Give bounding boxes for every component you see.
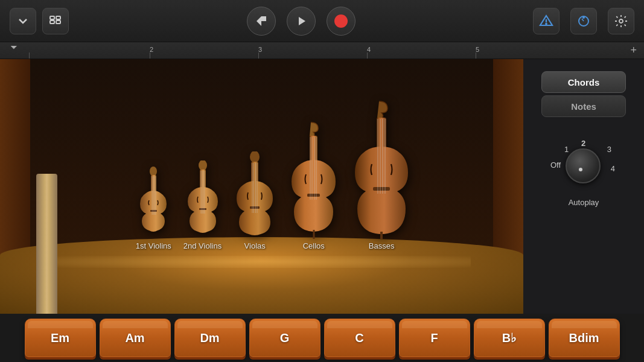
record-button[interactable] [327,7,355,36]
playhead-marker: ⏷ [10,42,18,52]
autoplay-2-label: 2 [581,139,585,148]
autoplay-off-label: Off [550,160,561,170]
svg-point-20 [199,160,207,171]
svg-rect-15 [150,210,157,212]
rewind-button[interactable] [247,7,276,36]
chord-button-label: B♭ [502,331,516,345]
instruments-container: 1st Violins [30,100,517,250]
chord-button-f[interactable]: F [399,319,470,357]
knob-indicator [579,168,582,171]
instrument-viola[interactable]: Violas [234,151,276,250]
svg-rect-2 [56,16,60,19]
chord-button-label: Bdim [569,331,599,345]
svg-rect-29 [250,206,260,209]
autoplay-1-label: 1 [564,145,569,154]
chord-button-g[interactable]: G [249,319,320,357]
violin1-image [137,167,170,239]
violin1-label: 1st Violins [136,241,171,250]
instrument-violin2[interactable]: 2nd Violins [183,160,222,250]
add-track-button[interactable]: + [630,44,637,57]
autoplay-4-label: 4 [611,164,615,173]
autoplay-knob[interactable] [566,148,601,183]
chords-button[interactable]: Chords [541,71,626,93]
svg-rect-41 [377,118,386,150]
chord-button-label: G [280,331,290,345]
tracks-button[interactable] [42,8,69,34]
svg-marker-4 [257,16,266,26]
svg-point-10 [582,16,585,19]
viola-image [234,151,276,239]
chord-button-b[interactable]: B♭ [474,319,545,357]
chord-button-bdim[interactable]: Bdim [549,319,620,357]
instrument-cello[interactable]: Cellos [288,121,339,250]
svg-point-13 [150,167,157,176]
chord-bar: EmAmDmGCFB♭Bdim [0,314,644,362]
stage-area: 1st Violins [0,59,523,314]
chord-button-label: C [355,331,363,345]
chord-button-label: Am [125,331,144,345]
autoplay-label: Autoplay [569,198,599,207]
svg-rect-21 [200,170,206,189]
svg-line-11 [582,19,584,21]
settings-button[interactable] [608,8,634,34]
tempo-button[interactable] [570,8,597,34]
smart-controls-button[interactable] [533,8,560,34]
dropdown-button[interactable] [10,8,36,34]
svg-point-8 [546,23,547,24]
svg-rect-3 [56,21,60,24]
toolbar [0,0,644,42]
svg-rect-14 [151,175,156,193]
bass-label: Basses [369,241,395,250]
violin2-image [185,160,221,239]
chord-button-c[interactable]: C [324,319,395,357]
ruler: ⏷ + 2345 [0,42,644,59]
viola-label: Violas [244,241,266,250]
bass-image [351,100,412,239]
svg-rect-22 [199,208,206,210]
autoplay-knob-ring[interactable]: Off 1 2 3 4 [547,135,620,195]
right-panel: Chords Notes Off 1 2 3 4 Autoplay [523,59,644,314]
chord-button-label: Em [51,331,69,345]
cello-image [288,121,339,239]
instrument-violin1[interactable]: 1st Violins [136,167,171,250]
svg-point-12 [619,19,623,23]
notes-button[interactable]: Notes [541,95,626,117]
autoplay-3-label: 3 [607,145,611,154]
violin2-label: 2nd Violins [183,241,222,250]
instrument-bass[interactable]: Basses [351,100,412,250]
svg-marker-5 [299,17,305,25]
record-dot [334,14,348,28]
play-button[interactable] [287,7,316,36]
svg-rect-42 [373,187,390,191]
chord-button-dm[interactable]: Dm [174,319,246,357]
chord-notes-selector: Chords Notes [541,71,626,117]
chord-button-label: Dm [200,331,219,345]
chord-button-label: F [430,331,438,345]
svg-point-27 [250,151,260,163]
cello-label: Cellos [303,241,325,250]
svg-rect-0 [50,16,54,19]
svg-rect-35 [307,194,320,197]
chord-button-am[interactable]: Am [100,319,171,357]
autoplay-section: Off 1 2 3 4 Autoplay [541,135,626,207]
svg-rect-1 [50,21,54,24]
chord-button-em[interactable]: Em [25,319,96,357]
